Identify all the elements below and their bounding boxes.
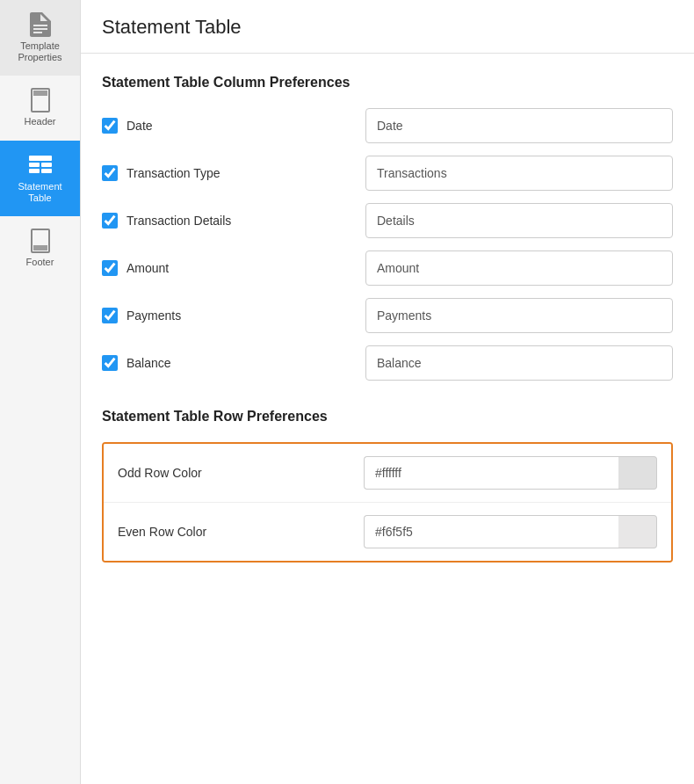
column-checkbox-transaction-type[interactable] (102, 165, 118, 181)
column-label-text-transaction-type: Transaction Type (127, 166, 220, 180)
color-input-group-even-row-color (364, 515, 657, 548)
column-input-payments[interactable] (365, 298, 673, 333)
column-label-text-amount: Amount (127, 261, 169, 275)
document-icon (28, 12, 53, 37)
sidebar-item-label-header: Header (24, 116, 55, 127)
color-input-group-odd-row-color (364, 456, 657, 490)
column-pref-row-balance: Balance (102, 345, 673, 381)
page-title: Statement Table (102, 16, 673, 39)
sidebar-item-label-template-properties: Template Properties (7, 40, 73, 63)
column-pref-row-transaction-details: Transaction Details (102, 203, 673, 238)
sidebar-item-statement-table[interactable]: Statement Table (0, 141, 80, 216)
color-swatch-odd-row-color[interactable] (618, 456, 657, 490)
column-pref-row-date: Date (102, 108, 673, 143)
column-input-transaction-type[interactable] (365, 156, 673, 191)
row-pref-row-odd-row-color: Odd Row Color (104, 444, 671, 503)
sidebar-item-label-statement-table: Statement Table (7, 181, 73, 204)
row-pref-row-even-row-color: Even Row Color (104, 503, 671, 561)
row-pref-label-even-row-color: Even Row Color (118, 525, 364, 539)
column-input-amount[interactable] (365, 250, 673, 286)
column-pref-row-amount: Amount (102, 250, 673, 286)
column-label-date[interactable]: Date (102, 118, 365, 134)
column-checkbox-payments[interactable] (102, 308, 118, 323)
color-text-input-even-row-color[interactable] (364, 515, 618, 548)
header-icon (28, 88, 53, 113)
column-label-text-payments: Payments (127, 309, 181, 323)
content-area: Statement Table Column Preferences DateT… (81, 54, 694, 584)
svg-rect-3 (29, 163, 40, 167)
svg-rect-1 (33, 91, 47, 96)
row-prefs-box: Odd Row ColorEven Row Color (102, 442, 673, 563)
column-checkbox-balance[interactable] (102, 355, 118, 371)
table-icon (28, 153, 53, 178)
sidebar-item-label-footer: Footer (26, 257, 54, 268)
column-label-payments[interactable]: Payments (102, 308, 365, 323)
main-content: Statement Table Statement Table Column P… (81, 0, 694, 784)
column-pref-row-transaction-type: Transaction Type (102, 156, 673, 191)
svg-rect-6 (41, 169, 52, 173)
row-preferences-section: Statement Table Row Preferences Odd Row … (102, 409, 673, 563)
column-checkbox-transaction-details[interactable] (102, 213, 118, 229)
column-label-text-transaction-details: Transaction Details (127, 214, 231, 228)
column-input-balance[interactable] (365, 345, 673, 381)
column-label-text-balance: Balance (127, 356, 171, 370)
row-pref-label-odd-row-color: Odd Row Color (118, 466, 364, 480)
column-prefs-title: Statement Table Column Preferences (102, 75, 673, 91)
column-label-transaction-type[interactable]: Transaction Type (102, 165, 365, 181)
column-label-transaction-details[interactable]: Transaction Details (102, 213, 365, 229)
column-prefs-rows: DateTransaction TypeTransaction DetailsA… (102, 108, 673, 381)
column-checkbox-amount[interactable] (102, 260, 118, 276)
column-label-balance[interactable]: Balance (102, 355, 365, 371)
footer-icon (28, 229, 53, 253)
sidebar-item-template-properties[interactable]: Template Properties (0, 0, 80, 76)
column-input-transaction-details[interactable] (365, 203, 673, 238)
sidebar-item-header[interactable]: Header (0, 76, 80, 140)
column-pref-row-payments: Payments (102, 298, 673, 333)
svg-rect-8 (33, 245, 47, 250)
column-input-date[interactable] (365, 108, 673, 143)
svg-rect-5 (29, 169, 40, 173)
column-checkbox-date[interactable] (102, 118, 118, 134)
svg-rect-2 (29, 156, 52, 161)
page-header: Statement Table (81, 0, 694, 54)
column-label-amount[interactable]: Amount (102, 260, 365, 276)
row-prefs-title: Statement Table Row Preferences (102, 409, 673, 425)
color-text-input-odd-row-color[interactable] (364, 456, 618, 490)
color-swatch-even-row-color[interactable] (618, 515, 657, 548)
sidebar-item-footer[interactable]: Footer (0, 216, 80, 280)
svg-rect-4 (41, 163, 52, 167)
sidebar: Template Properties Header Statement Tab… (0, 0, 81, 784)
column-preferences-section: Statement Table Column Preferences DateT… (102, 75, 673, 381)
column-label-text-date: Date (127, 119, 153, 133)
